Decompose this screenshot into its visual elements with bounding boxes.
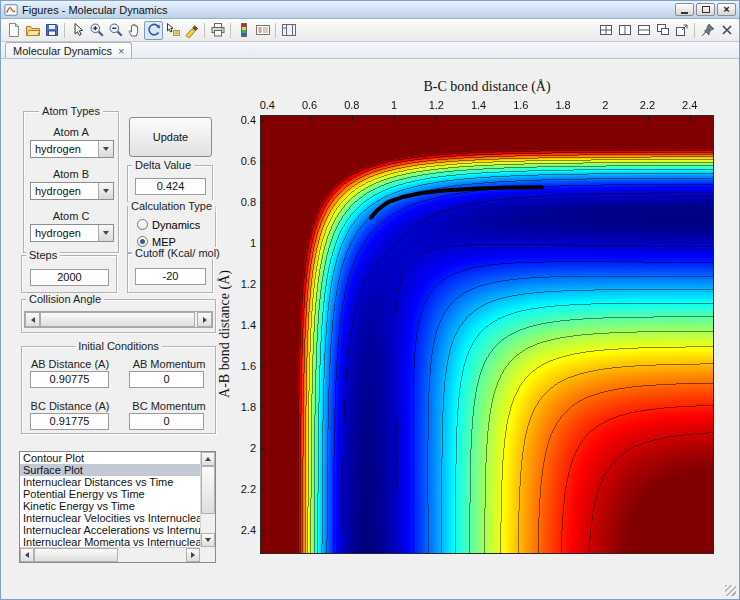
list-item[interactable]: Internuclear Momenta vs Internuclear Dis… [20, 536, 200, 547]
atom-b-label: Atom B [24, 168, 118, 180]
save-figure-icon[interactable] [42, 21, 61, 40]
y-tick-label: 0.4 [229, 114, 256, 126]
chevron-down-glyph [103, 189, 109, 193]
list-item[interactable]: Internuclear Velocities vs Internuclear … [20, 512, 200, 524]
scroll-right-button[interactable] [186, 548, 200, 562]
steps-title: Steps [26, 249, 60, 261]
data-cursor-icon[interactable] [163, 21, 182, 40]
slider-right-arrow[interactable] [197, 312, 212, 327]
layout-columns-icon[interactable] [615, 21, 634, 40]
atom-c-select[interactable]: hydrogen [30, 224, 114, 242]
cutoff-field[interactable]: -20 [135, 268, 206, 285]
delta-value-title: Delta Value [132, 159, 194, 171]
edit-plot-icon[interactable] [68, 21, 87, 40]
tab-label: Molecular Dynamics [13, 45, 112, 57]
pin-icon[interactable] [698, 21, 717, 40]
toolbar-separator [275, 23, 276, 38]
arrow-up-icon [205, 457, 211, 461]
calculation-type-panel: Calculation Type Dynamics MEP [127, 206, 216, 253]
bc-distance-field[interactable]: 0.91775 [30, 413, 109, 430]
maximize-button[interactable] [696, 3, 715, 16]
atom-c-value: hydrogen [35, 227, 81, 239]
tab-molecular-dynamics[interactable]: Molecular Dynamics [5, 42, 132, 58]
cutoff-panel: Cutoff (Kcal/ mol) -20 [127, 253, 213, 293]
rotate-3d-icon[interactable] [144, 21, 163, 40]
y-tick-label: 1.2 [229, 278, 256, 290]
minimize-button[interactable] [675, 3, 694, 16]
toolbar-right-group [596, 21, 736, 40]
ab-distance-field[interactable]: 0.90775 [30, 371, 109, 388]
list-item[interactable]: Internuclear Accelerations vs Internucle… [20, 524, 200, 536]
zoom-in-icon[interactable] [87, 21, 106, 40]
ab-momentum-field[interactable]: 0 [129, 371, 204, 388]
toolbar-separator [64, 23, 65, 38]
scroll-up-button[interactable] [201, 452, 215, 466]
y-tick-label: 2 [229, 442, 256, 454]
close-button[interactable] [717, 3, 736, 16]
plottools-icon[interactable] [279, 21, 298, 40]
insert-colorbar-icon[interactable] [234, 21, 253, 40]
zoom-out-icon[interactable] [106, 21, 125, 40]
radio-dynamics[interactable]: Dynamics [137, 218, 200, 231]
slider-left-arrow[interactable] [25, 312, 40, 327]
bc-distance-label: BC Distance (A) [24, 400, 116, 412]
tab-bar: Molecular Dynamics [1, 42, 739, 59]
toolbar-separator [204, 23, 205, 38]
delta-value-panel: Delta Value 0.424 [127, 165, 213, 202]
slider-thumb[interactable] [40, 312, 195, 327]
chevron-down-icon[interactable] [98, 225, 113, 241]
steps-field[interactable]: 2000 [30, 269, 109, 286]
insert-legend-icon[interactable] [253, 21, 272, 40]
scroll-left-button[interactable] [20, 548, 34, 562]
atom-a-value: hydrogen [35, 143, 81, 155]
open-file-icon[interactable] [23, 21, 42, 40]
brush-icon[interactable] [182, 21, 201, 40]
list-item[interactable]: Contour Plot [20, 452, 200, 464]
collision-angle-panel: Collision Angle [21, 299, 216, 333]
delta-value-field[interactable]: 0.424 [135, 178, 206, 195]
horizontal-scrollbar[interactable] [20, 547, 200, 562]
undock-icon[interactable] [672, 21, 691, 40]
update-button[interactable]: Update [129, 117, 212, 157]
ab-distance-label: AB Distance (A) [24, 358, 116, 370]
layout-rows-icon[interactable] [634, 21, 653, 40]
list-item[interactable]: Surface Plot [20, 464, 200, 476]
list-item[interactable]: Kinetic Energy vs Time [20, 500, 200, 512]
y-tick-label: 1.8 [229, 401, 256, 413]
y-tick-label: 2.4 [229, 524, 256, 536]
tab-close-icon[interactable] [118, 45, 124, 57]
bc-momentum-field[interactable]: 0 [129, 413, 204, 430]
collision-angle-slider[interactable] [24, 311, 213, 328]
figure-window-icon [4, 3, 18, 17]
hscroll-thumb[interactable] [34, 548, 118, 562]
x-tick-label: 2.2 [634, 99, 662, 111]
layout-grid-icon[interactable] [596, 21, 615, 40]
pan-icon[interactable] [125, 21, 144, 40]
arrow-right-icon [203, 317, 207, 323]
contour-plot-canvas[interactable] [261, 116, 713, 553]
y-tick-label: 1 [229, 237, 256, 249]
chevron-down-icon[interactable] [98, 141, 113, 157]
vscroll-thumb[interactable] [201, 466, 215, 514]
toolbar-separator [230, 23, 231, 38]
maximize-icon [702, 6, 710, 13]
scroll-down-button[interactable] [201, 533, 215, 547]
close-panel-icon[interactable] [717, 21, 736, 40]
layout-float-icon[interactable] [653, 21, 672, 40]
scrollbar-corner [200, 547, 215, 562]
resize-grip[interactable] [725, 585, 736, 596]
plot-type-listbox[interactable]: Contour PlotSurface PlotInternuclear Dis… [19, 451, 216, 563]
atom-types-title: Atom Types [39, 105, 103, 117]
chevron-down-icon[interactable] [98, 183, 113, 199]
vertical-scrollbar[interactable] [200, 452, 215, 547]
print-icon[interactable] [208, 21, 227, 40]
atom-a-select[interactable]: hydrogen [30, 140, 114, 158]
list-item[interactable]: Internuclear Distances vs Time [20, 476, 200, 488]
plot-type-list-items: Contour PlotSurface PlotInternuclear Dis… [20, 452, 200, 547]
y-tick-label: 0.6 [229, 155, 256, 167]
list-item[interactable]: Potential Energy vs Time [20, 488, 200, 500]
new-figure-icon[interactable] [4, 21, 23, 40]
atom-b-select[interactable]: hydrogen [30, 182, 114, 200]
radio-mep-circle[interactable] [137, 236, 148, 247]
radio-dynamics-circle[interactable] [137, 219, 148, 230]
